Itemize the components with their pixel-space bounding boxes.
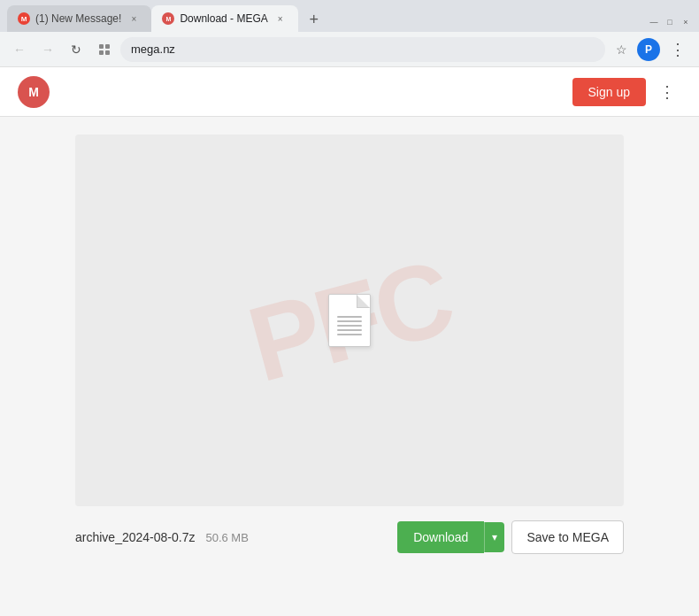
file-size: 50.6 MB bbox=[205, 531, 248, 544]
bottom-bar: archive_2024-08-0.7z 50.6 MB Download ▾ … bbox=[75, 506, 624, 554]
tab-gmail-close[interactable]: × bbox=[127, 12, 141, 26]
svg-rect-2 bbox=[99, 50, 104, 55]
file-preview-box: PFC bbox=[75, 135, 624, 506]
forward-button[interactable]: → bbox=[35, 37, 60, 62]
tab-mega[interactable]: M Download - MEGA × bbox=[151, 5, 297, 32]
new-tab-button[interactable]: + bbox=[302, 7, 326, 32]
mega-menu-button[interactable]: ⋮ bbox=[653, 78, 681, 106]
tabs-container: M (1) New Message! × M Download - MEGA ×… bbox=[7, 0, 648, 32]
reload-button[interactable]: ↻ bbox=[64, 37, 88, 62]
file-icon-lines bbox=[337, 316, 362, 335]
main-area: PFC bbox=[0, 117, 699, 616]
file-name: archive_2024-08-0.7z bbox=[75, 530, 195, 544]
file-icon-container bbox=[328, 294, 371, 347]
file-line-2 bbox=[337, 320, 362, 322]
nav-bar: ← → ↻ mega.nz ☆ P ⋮ bbox=[0, 32, 699, 67]
file-info: archive_2024-08-0.7z 50.6 MB bbox=[75, 530, 249, 544]
extensions-button[interactable] bbox=[92, 37, 117, 62]
mega-header-right: Sign up ⋮ bbox=[572, 78, 681, 106]
tab-mega-close[interactable]: × bbox=[273, 12, 288, 26]
svg-rect-3 bbox=[105, 50, 110, 55]
tab-mega-title: Download - MEGA bbox=[180, 12, 267, 25]
file-icon bbox=[328, 294, 371, 347]
download-button[interactable]: Download bbox=[397, 521, 484, 553]
mega-header: M Sign up ⋮ bbox=[0, 67, 699, 117]
tab-gmail-title: (1) New Message! bbox=[35, 12, 121, 25]
address-bar[interactable]: mega.nz bbox=[120, 37, 605, 62]
svg-rect-1 bbox=[105, 44, 110, 49]
file-line-1 bbox=[337, 316, 362, 318]
action-buttons: Download ▾ Save to MEGA bbox=[397, 520, 624, 554]
browser-menu-button[interactable]: ⋮ bbox=[664, 35, 692, 64]
profile-button[interactable]: P bbox=[637, 38, 660, 61]
maximize-button[interactable]: □ bbox=[664, 16, 676, 28]
gmail-favicon-icon: M bbox=[18, 12, 30, 25]
address-text: mega.nz bbox=[131, 42, 595, 56]
window-controls: — □ × bbox=[648, 16, 692, 32]
file-line-4 bbox=[337, 329, 362, 331]
close-button[interactable]: × bbox=[680, 16, 692, 28]
title-bar: M (1) New Message! × M Download - MEGA ×… bbox=[0, 0, 699, 32]
svg-rect-0 bbox=[99, 44, 104, 49]
back-button[interactable]: ← bbox=[7, 37, 32, 62]
page-content: M Sign up ⋮ PFC bbox=[0, 67, 699, 616]
mega-logo: M bbox=[18, 76, 50, 108]
browser-window: M (1) New Message! × M Download - MEGA ×… bbox=[0, 0, 699, 616]
minimize-button[interactable]: — bbox=[648, 16, 660, 28]
file-line-5 bbox=[337, 334, 362, 335]
file-line-3 bbox=[337, 325, 362, 327]
mega-tab-favicon-icon: M bbox=[162, 12, 174, 25]
signup-button[interactable]: Sign up bbox=[572, 78, 646, 106]
tab-gmail[interactable]: M (1) New Message! × bbox=[7, 5, 151, 32]
download-dropdown-button[interactable]: ▾ bbox=[484, 522, 504, 552]
save-to-mega-button[interactable]: Save to MEGA bbox=[511, 520, 624, 554]
bookmark-button[interactable]: ☆ bbox=[609, 37, 634, 62]
